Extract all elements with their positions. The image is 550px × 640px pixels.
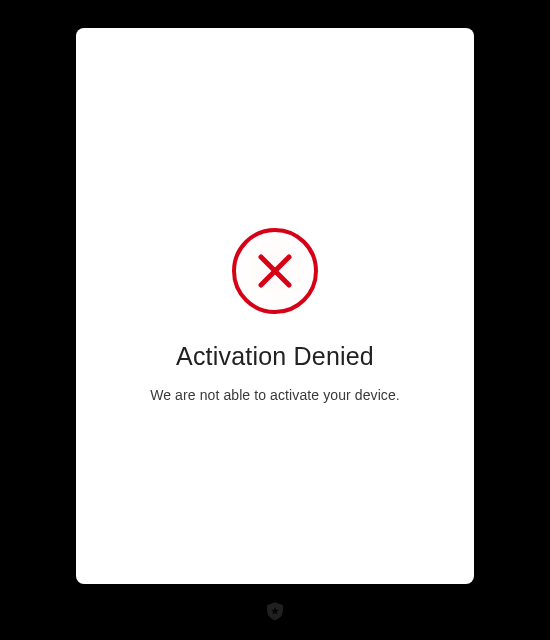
dialog-message: We are not able to activate your device.	[150, 387, 400, 403]
error-x-circle-icon	[231, 227, 319, 315]
error-icon-container	[230, 226, 320, 316]
footer-badge	[264, 600, 286, 622]
dialog-title: Activation Denied	[176, 342, 374, 371]
activation-dialog: Activation Denied We are not able to act…	[76, 28, 474, 584]
shield-star-icon	[265, 601, 285, 621]
